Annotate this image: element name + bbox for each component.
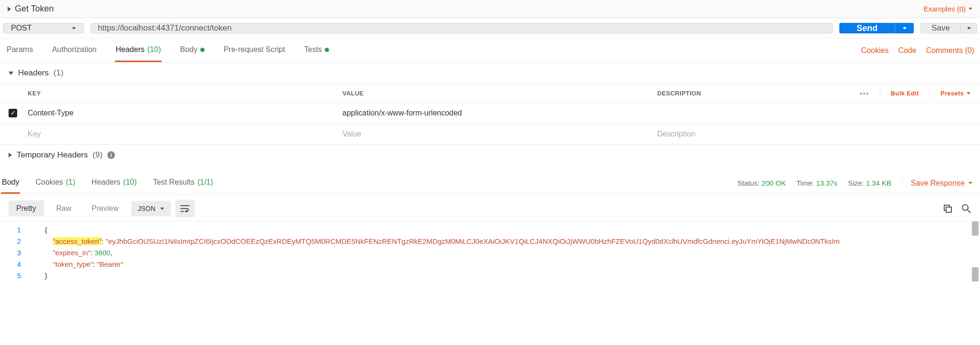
wrap-lines-button[interactable] [175, 200, 195, 217]
examples-label: Examples (0) [924, 5, 966, 13]
response-tabs: Body Cookies (1) Headers (10) Test Resul… [0, 172, 980, 194]
url-input[interactable] [91, 23, 833, 33]
http-method-select[interactable]: POST [3, 23, 84, 33]
temp-headers-title: Temporary Headers [17, 150, 88, 160]
table-row-new: Key Value Description [0, 123, 980, 144]
request-url-row: POST Send Save [0, 18, 980, 38]
resp-tab-tests[interactable]: Test Results (1/1) [152, 172, 214, 194]
format-pretty[interactable]: Pretty [9, 200, 44, 217]
bulk-edit-link[interactable]: Bulk Edit [891, 90, 919, 97]
link-cookies[interactable]: Cookies [861, 46, 889, 55]
svg-line-3 [968, 210, 970, 213]
more-icon[interactable]: ••• [860, 90, 869, 97]
request-name[interactable]: Get Token [15, 4, 54, 14]
temp-headers-count: (9) [93, 150, 103, 160]
tab-params[interactable]: Params [6, 39, 34, 62]
size-block: Size: 1.34 KB [848, 179, 891, 187]
expand-icon[interactable] [8, 7, 11, 11]
temp-headers-section-header[interactable]: Temporary Headers (9) i [0, 145, 980, 166]
table-row: ✓ Content-Type application/x-www-form-ur… [0, 102, 980, 123]
examples-dropdown[interactable]: Examples (0) [924, 5, 972, 13]
link-comments[interactable]: Comments (0) [926, 46, 974, 55]
resp-tab-cookies[interactable]: Cookies (1) [34, 172, 76, 194]
header-value-input[interactable]: Value [340, 125, 655, 143]
format-raw[interactable]: Raw [49, 200, 79, 217]
http-method-value: POST [11, 24, 32, 32]
header-value-cell[interactable]: application/x-www-form-urlencoded [340, 104, 655, 122]
tab-headers[interactable]: Headers (10) [115, 39, 162, 62]
scrollbar-thumb[interactable] [972, 221, 979, 236]
chevron-down-icon [160, 208, 164, 210]
col-value: VALUE [340, 85, 655, 102]
collapse-icon [9, 72, 13, 75]
request-title-bar: Get Token Examples (0) [0, 0, 980, 18]
format-preview[interactable]: Preview [84, 200, 126, 217]
headers-section-header[interactable]: Headers (1) [0, 63, 980, 84]
save-button[interactable]: Save [920, 23, 961, 33]
chevron-down-icon [903, 27, 907, 30]
svg-point-2 [962, 205, 968, 210]
resp-tab-body[interactable]: Body [1, 172, 20, 194]
tab-authorization[interactable]: Authorization [51, 39, 97, 62]
header-desc-cell[interactable] [655, 108, 980, 118]
save-response-dropdown[interactable]: Save Response [902, 179, 972, 188]
header-key-input[interactable]: Key [26, 125, 340, 143]
headers-section-title: Headers [18, 68, 49, 78]
presets-dropdown[interactable]: Presets [940, 90, 970, 97]
response-body-code[interactable]: 12345 { "access_token": "eyJhbGciOiJSUzI… [0, 221, 980, 284]
code-content[interactable]: { "access_token": "eyJhbGciOiJSUzI1NiIsI… [0, 221, 980, 284]
resp-tab-headers[interactable]: Headers (10) [91, 172, 138, 194]
scrollbar-thumb[interactable] [972, 267, 979, 282]
row-checkbox[interactable]: ✓ [9, 109, 17, 117]
tab-body[interactable]: Body [179, 39, 205, 62]
dot-indicator-icon [200, 48, 205, 52]
header-desc-input[interactable]: Description [655, 125, 980, 143]
wrap-icon [180, 205, 190, 212]
save-dropdown[interactable] [961, 23, 977, 33]
info-icon[interactable]: i [107, 151, 115, 159]
chevron-down-icon [72, 27, 76, 30]
line-gutter: 12345 [0, 221, 28, 284]
chevron-down-icon [969, 182, 972, 184]
search-icon[interactable] [961, 203, 971, 214]
col-key: KEY [26, 85, 340, 102]
send-dropdown[interactable] [895, 23, 914, 33]
tab-prerequest[interactable]: Pre-request Script [223, 39, 286, 62]
dot-indicator-icon [325, 48, 329, 52]
chevron-down-icon [967, 92, 970, 94]
response-body-toolbar: Pretty Raw Preview JSON [0, 194, 980, 221]
headers-section-count: (1) [53, 68, 63, 78]
request-tabs: Params Authorization Headers (10) Body P… [0, 38, 980, 63]
svg-rect-1 [946, 207, 951, 212]
body-type-select[interactable]: JSON [131, 201, 171, 216]
col-description: DESCRIPTION [655, 85, 860, 102]
send-button[interactable]: Send [839, 23, 895, 33]
chevron-down-icon [969, 8, 972, 10]
link-code[interactable]: Code [898, 46, 916, 55]
headers-table: KEY VALUE DESCRIPTION ••• Bulk Edit Pres… [0, 84, 980, 145]
chevron-down-icon [967, 27, 971, 30]
time-block: Time: 13.37s [796, 179, 837, 187]
header-key-cell[interactable]: Content-Type [26, 104, 340, 122]
copy-icon[interactable] [943, 204, 952, 213]
expand-icon [9, 153, 12, 157]
status-block: Status: 200 OK [737, 179, 786, 187]
tab-tests[interactable]: Tests [303, 39, 330, 62]
